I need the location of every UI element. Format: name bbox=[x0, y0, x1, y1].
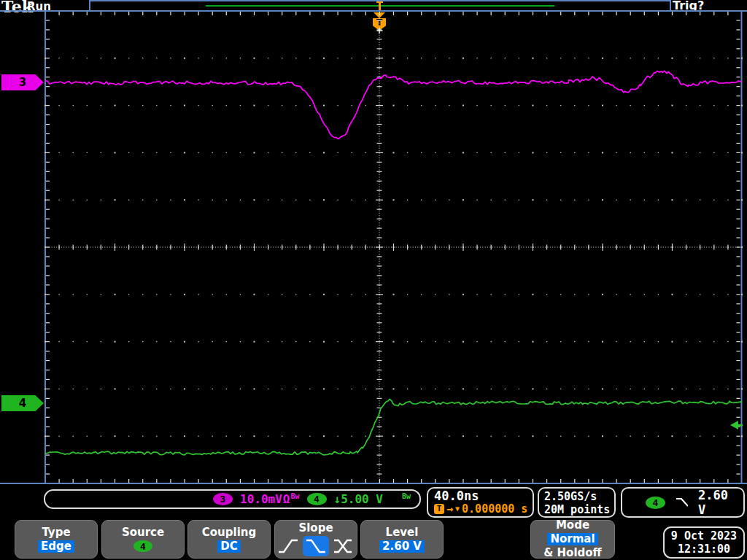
ch3-scale: 10.0mV bbox=[240, 492, 282, 506]
type-value: Edge bbox=[38, 540, 74, 553]
time-value: 12:31:00 bbox=[678, 542, 730, 556]
trigger-level-arrow[interactable] bbox=[730, 421, 743, 429]
menu-level-button[interactable]: Level 2.60 V bbox=[360, 520, 444, 559]
coupling-value: DC bbox=[217, 540, 240, 553]
slope-label: Slope bbox=[298, 522, 333, 534]
level-value: 2.60 V bbox=[379, 540, 425, 553]
waveform-ch3[interactable] bbox=[45, 71, 742, 139]
menu-source-button[interactable]: Source 4 bbox=[101, 520, 185, 559]
ch3-badge: 3 bbox=[213, 493, 233, 505]
acquisition-readout: 2.50GS/s 20M points bbox=[538, 487, 616, 518]
trigger-position-value: 0.000000 s bbox=[462, 503, 527, 515]
slope-options bbox=[277, 536, 355, 556]
record-length: 20M points bbox=[544, 503, 614, 516]
trigger-t-icon: T bbox=[434, 504, 444, 514]
ch3-bandwidth-flag: Bw bbox=[290, 492, 299, 500]
falling-slope-icon bbox=[305, 537, 327, 555]
sample-rate: 2.50GS/s bbox=[544, 490, 614, 503]
either-slope-icon[interactable] bbox=[333, 537, 355, 555]
ch4-bandwidth-flag: Bw bbox=[402, 492, 411, 500]
date-value: 9 Oct 2023 bbox=[671, 529, 737, 542]
menu-type-button[interactable]: Type Edge bbox=[15, 520, 98, 559]
trigger-level-value: 2.60 V bbox=[698, 488, 743, 517]
oscilloscope-screen: Tek Run Trig? T 3 4 3 10.0mV Ω Bw 4 ↓5.0… bbox=[0, 0, 747, 560]
falling-slope-selected[interactable] bbox=[303, 536, 329, 556]
mode-value: Normal bbox=[547, 533, 597, 545]
menu-coupling-button[interactable]: Coupling DC bbox=[187, 520, 271, 559]
source-channel-badge: 4 bbox=[133, 540, 152, 552]
ch4-scale: ↓5.00 V bbox=[334, 492, 383, 506]
source-label: Source bbox=[122, 526, 164, 539]
ch3-position-marker[interactable]: 3 bbox=[1, 74, 44, 90]
datetime-display: 9 Oct 2023 12:31:00 bbox=[663, 526, 745, 559]
coupling-label: Coupling bbox=[202, 526, 256, 539]
ch4-position-marker[interactable]: 4 bbox=[1, 395, 44, 411]
falling-slope-icon bbox=[676, 497, 688, 508]
trigger-source-badge: 4 bbox=[646, 497, 665, 509]
mode-label: Mode bbox=[556, 519, 589, 532]
ch4-badge: 4 bbox=[307, 493, 327, 505]
level-label: Level bbox=[386, 526, 419, 539]
menu-slope-button[interactable]: Slope bbox=[274, 520, 357, 559]
ch3-impedance: Ω bbox=[283, 492, 290, 506]
horizontal-readout: 40.0ns T → ▼ 0.000000 s bbox=[427, 487, 534, 518]
trigger-position-readout: T → ▼ 0.000000 s bbox=[434, 503, 533, 515]
menu-mode-button[interactable]: Mode Normal & Holdoff bbox=[530, 520, 615, 559]
channel-readout-bar: 3 10.0mV Ω Bw 4 ↓5.00 V Bw bbox=[44, 489, 421, 509]
type-label: Type bbox=[42, 526, 70, 539]
timebase-scale: 40.0ns bbox=[434, 489, 533, 503]
waveform-ch4[interactable] bbox=[45, 400, 742, 455]
waveform-display bbox=[0, 0, 747, 560]
trigger-readout: 4 2.60 V bbox=[621, 487, 745, 518]
triangle-down-icon: ▼ bbox=[455, 503, 460, 515]
mode-suffix: & Holdoff bbox=[543, 547, 602, 559]
rising-slope-icon[interactable] bbox=[277, 537, 299, 555]
arrow-right-icon: → bbox=[446, 503, 453, 515]
